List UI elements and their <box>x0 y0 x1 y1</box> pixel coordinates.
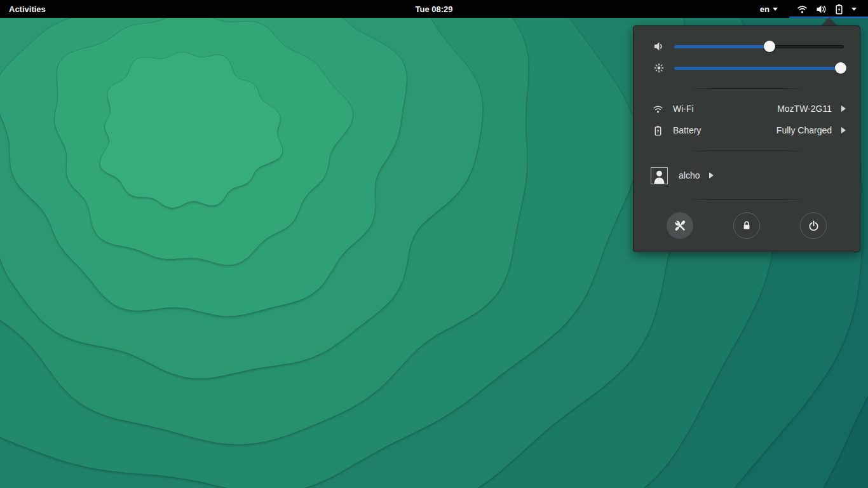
volume-icon <box>816 4 827 14</box>
wifi-label: Wi-Fi <box>673 104 694 114</box>
power-button[interactable] <box>800 212 827 239</box>
separator <box>634 191 860 207</box>
battery-icon <box>651 125 664 136</box>
lock-button[interactable] <box>733 212 760 239</box>
settings-button[interactable] <box>667 212 693 239</box>
volume-slider-handle[interactable] <box>764 41 775 52</box>
top-bar: Activities Tue 08:29 en <box>0 0 868 18</box>
system-menu: Wi-Fi MozTW-2G11 Battery Fully Charged a… <box>633 25 860 252</box>
volume-slider[interactable] <box>674 41 844 52</box>
wifi-status: MozTW-2G11 <box>777 104 832 114</box>
brightness-slider[interactable] <box>674 62 844 74</box>
menu-item-user[interactable]: alcho <box>634 160 860 191</box>
brightness-slider-handle[interactable] <box>835 62 846 74</box>
battery-label: Battery <box>673 125 701 135</box>
keyboard-layout-label: en <box>760 4 770 14</box>
clock[interactable]: Tue 08:29 <box>0 4 868 14</box>
brightness-slider-track[interactable] <box>674 67 844 70</box>
submenu-arrow-icon <box>841 127 846 133</box>
menu-item-battery[interactable]: Battery Fully Charged <box>634 119 860 141</box>
separator <box>634 141 860 160</box>
wifi-icon <box>797 4 808 14</box>
brightness-icon <box>653 63 665 73</box>
avatar-icon <box>651 167 668 184</box>
system-actions <box>634 212 860 239</box>
keyboard-layout-indicator[interactable]: en <box>755 0 783 18</box>
battery-charging-icon <box>835 4 843 15</box>
wifi-icon <box>651 104 664 114</box>
speaker-icon <box>653 41 665 51</box>
lock-icon <box>741 220 752 231</box>
volume-slider-track[interactable] <box>674 45 844 48</box>
menu-item-wifi[interactable]: Wi-Fi MozTW-2G11 <box>634 98 860 119</box>
submenu-arrow-icon <box>841 105 846 112</box>
activities-button[interactable]: Activities <box>0 0 55 18</box>
user-name: alcho <box>679 170 700 180</box>
volume-slider-row <box>634 36 860 57</box>
brightness-slider-row <box>634 57 860 79</box>
battery-status: Fully Charged <box>776 125 832 135</box>
dropdown-caret-icon <box>851 8 857 11</box>
submenu-arrow-icon <box>709 172 714 179</box>
dropdown-caret-icon <box>773 8 778 11</box>
separator <box>634 79 860 98</box>
settings-icon <box>674 220 686 232</box>
power-icon <box>808 220 820 232</box>
system-status-menu-button[interactable] <box>783 0 859 18</box>
